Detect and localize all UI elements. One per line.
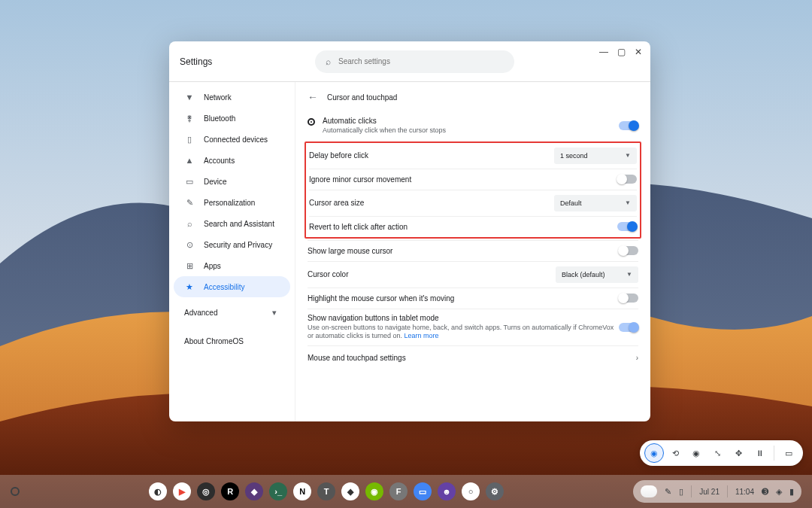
shelf-app-8[interactable]: ◆ — [341, 482, 359, 500]
brush-icon: ✎ — [184, 198, 195, 208]
separator — [774, 446, 774, 461]
sidebar: ▼Network ⚵Bluetooth ▯Connected devices ▲… — [169, 82, 295, 421]
person-icon: ▲ — [184, 156, 195, 165]
sidebar-item-bluetooth[interactable]: ⚵Bluetooth — [174, 108, 290, 129]
autoclick-position-button[interactable]: ▭ — [779, 443, 798, 463]
search-icon: ⌕ — [326, 56, 331, 67]
tablet-nav-toggle[interactable] — [619, 323, 638, 332]
shelf-app-11[interactable]: ▭ — [414, 482, 432, 500]
sidebar-item-about[interactable]: About ChromeOS — [174, 330, 290, 351]
shelf-app-6[interactable]: N — [293, 482, 311, 500]
laptop-icon: ▭ — [184, 177, 195, 187]
automatic-clicks-label: Automatic clicks — [323, 117, 446, 125]
ignore-movement-toggle[interactable] — [617, 175, 637, 184]
close-button[interactable]: ✕ — [635, 47, 642, 57]
bluetooth-icon: ⚵ — [184, 114, 195, 123]
shelf-apps: ◐▶◎R◆›_NT◆◉F▭☻○⚙ — [149, 482, 504, 500]
shelf-app-1[interactable]: ▶ — [173, 482, 191, 500]
shelf-app-10[interactable]: F — [389, 482, 408, 500]
stylus-icon: ✎ — [665, 487, 671, 497]
sidebar-item-personalization[interactable]: ✎Personalization — [174, 192, 290, 213]
tray-time: 11:04 — [735, 488, 754, 496]
autoclick-double-click-button[interactable]: ◉ — [686, 443, 706, 463]
sidebar-item-accessibility[interactable]: ★Accessibility — [174, 276, 290, 297]
wifi-icon: ▼ — [184, 93, 195, 102]
sidebar-item-security-privacy[interactable]: ⊙Security and Privacy — [174, 234, 290, 255]
mouse-touchpad-settings-link[interactable]: Mouse and touchpad settings › — [308, 345, 638, 370]
chevron-right-icon: › — [636, 354, 638, 362]
revert-label: Revert to left click after action — [309, 223, 408, 231]
minimize-button[interactable]: — — [599, 47, 608, 57]
revert-toggle[interactable] — [617, 222, 637, 231]
back-button[interactable]: ← — [308, 91, 318, 103]
wifi-icon: ◈ — [776, 487, 782, 497]
weather-icon — [641, 485, 657, 497]
autoclick-toolbar: ◉ ⟲ ◉ ⤡ ✥ ⏸ ▭ — [640, 440, 803, 466]
search-input[interactable] — [338, 57, 504, 65]
delay-select[interactable]: 1 second▼ — [554, 148, 637, 164]
tablet-nav-sub: Use on-screen buttons to navigate home, … — [308, 324, 619, 341]
sidebar-item-advanced[interactable]: Advanced▾ — [174, 302, 290, 323]
apps-icon: ⊞ — [184, 261, 195, 271]
shelf-app-4[interactable]: ◆ — [245, 482, 263, 500]
shelf-app-9[interactable]: ◉ — [365, 482, 383, 500]
large-cursor-toggle[interactable] — [619, 246, 638, 255]
sidebar-item-search-assistant[interactable]: ⌕Search and Assistant — [174, 213, 290, 234]
ignore-movement-label: Ignore minor cursor movement — [309, 175, 411, 184]
autoclick-scroll-button[interactable]: ✥ — [729, 443, 748, 463]
chevron-down-icon: ▼ — [625, 199, 631, 206]
sidebar-item-network[interactable]: ▼Network — [174, 87, 290, 108]
search-box[interactable]: ⌕ — [315, 50, 514, 73]
search-icon: ⌕ — [184, 219, 195, 228]
shelf-app-7[interactable]: T — [317, 482, 335, 500]
automatic-clicks-sub: Automatically click when the cursor stop… — [323, 126, 446, 135]
sidebar-item-accounts[interactable]: ▲Accounts — [174, 150, 290, 171]
battery-icon: ▮ — [789, 487, 794, 497]
learn-more-link[interactable]: Learn more — [404, 332, 439, 339]
highlight-annotation: Delay before click 1 second▼ Ignore mino… — [304, 141, 641, 239]
launcher-button[interactable] — [11, 487, 20, 496]
shelf-app-3[interactable]: R — [221, 482, 239, 500]
shelf-app-13[interactable]: ○ — [462, 482, 480, 500]
cursor-area-select[interactable]: Default▼ — [554, 195, 637, 211]
cursor-color-select[interactable]: Black (default)▼ — [556, 266, 638, 283]
bullet-icon — [308, 118, 315, 126]
shelf-app-5[interactable]: ›_ — [269, 482, 287, 500]
devices-icon: ▯ — [184, 135, 195, 144]
header: Settings ⌕ — [169, 41, 650, 82]
highlight-cursor-toggle[interactable] — [619, 294, 638, 303]
delay-label: Delay before click — [309, 151, 368, 160]
chevron-down-icon: ▾ — [269, 308, 280, 318]
section-header: ← Cursor and touchpad — [295, 82, 650, 112]
system-tray[interactable]: ✎ ▯ Jul 21 11:04 ➌ ◈ ▮ — [633, 480, 801, 503]
autoclick-drag-button[interactable]: ⤡ — [707, 443, 727, 463]
tablet-nav-label: Show navigation buttons in tablet mode — [308, 314, 619, 322]
cursor-color-label: Cursor color — [308, 270, 348, 278]
sidebar-item-apps[interactable]: ⊞Apps — [174, 255, 290, 276]
autoclick-left-click-button[interactable]: ◉ — [644, 443, 664, 463]
settings-window: Settings ⌕ ▼Network ⚵Bluetooth ▯Connecte… — [169, 41, 650, 421]
phone-hub-icon: ▯ — [679, 487, 683, 497]
window-controls: — ▢ ✕ — [599, 47, 642, 57]
shelf-app-0[interactable]: ◐ — [149, 482, 167, 500]
sidebar-item-connected-devices[interactable]: ▯Connected devices — [174, 129, 290, 150]
shelf: ◐▶◎R◆›_NT◆◉F▭☻○⚙ ✎ ▯ Jul 21 11:04 ➌ ◈ ▮ — [0, 475, 812, 508]
shield-icon: ⊙ — [184, 240, 195, 250]
maximize-button[interactable]: ▢ — [617, 47, 626, 57]
shelf-app-12[interactable]: ☻ — [438, 482, 456, 500]
cursor-area-label: Cursor area size — [309, 199, 364, 207]
large-cursor-label: Show large mouse cursor — [308, 247, 392, 255]
accessibility-icon: ★ — [184, 282, 195, 292]
main-content: ← Cursor and touchpad Automatic clicks A… — [295, 82, 650, 421]
shelf-app-14[interactable]: ⚙ — [486, 482, 504, 500]
page-title: Cursor and touchpad — [327, 93, 397, 102]
app-title: Settings — [180, 56, 292, 67]
notification-icon: ➌ — [762, 487, 768, 497]
shelf-app-2[interactable]: ◎ — [197, 482, 215, 500]
automatic-clicks-toggle[interactable] — [619, 121, 638, 130]
tray-date: Jul 21 — [699, 488, 720, 496]
autoclick-right-click-button[interactable]: ⟲ — [665, 443, 685, 463]
chevron-down-icon: ▼ — [626, 271, 632, 278]
autoclick-pause-button[interactable]: ⏸ — [750, 443, 769, 463]
sidebar-item-device[interactable]: ▭Device — [174, 171, 290, 192]
